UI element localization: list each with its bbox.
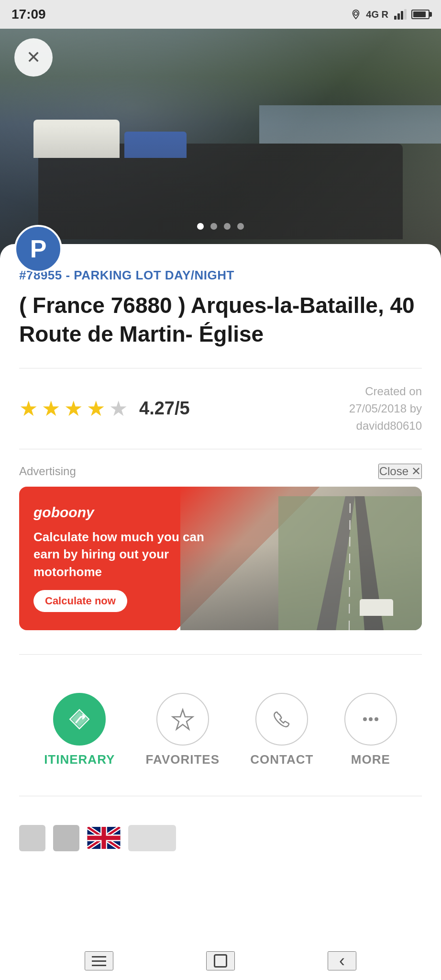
- battery-icon: [411, 10, 430, 19]
- dots-icon: [359, 707, 383, 731]
- created-info: Created on 27/05/2018 by davidd80610: [349, 383, 422, 434]
- flags-row: [19, 811, 422, 866]
- menu-lines-icon: [92, 956, 106, 966]
- close-icon: ✕: [26, 47, 41, 67]
- star-icon: [171, 707, 195, 731]
- dot-3: [224, 223, 231, 230]
- divider-2: [19, 449, 422, 449]
- android-back-button[interactable]: ‹: [328, 951, 356, 970]
- star-4: ★: [87, 396, 105, 421]
- nav-circle-itinerary: [53, 693, 106, 746]
- flag-grey-1[interactable]: [19, 825, 45, 851]
- nav-label-itinerary: ITINERARY: [44, 752, 115, 767]
- divider-4: [19, 796, 422, 796]
- android-nav-bar: ‹: [0, 942, 441, 980]
- star-5: ★: [109, 396, 128, 421]
- advertising-label: Advertising: [19, 465, 76, 478]
- nav-circle-more: [344, 693, 397, 746]
- nav-item-favorites[interactable]: FAVORITES: [146, 693, 220, 767]
- ad-calculate-button[interactable]: Calculate now: [33, 590, 127, 612]
- svg-point-13: [363, 717, 367, 721]
- dot-2: [210, 223, 217, 230]
- ad-logo: goboony: [33, 504, 206, 521]
- stars-row: ★ ★ ★ ★ ★ 4.27/5: [19, 396, 190, 421]
- svg-rect-1: [394, 16, 397, 20]
- ad-road-svg: [278, 496, 422, 630]
- dot-1: [197, 223, 204, 230]
- route-icon: [67, 707, 91, 731]
- svg-rect-2: [397, 13, 400, 20]
- divider-1: [19, 368, 422, 368]
- bottom-nav: ITINERARY FAVORITES CONTACT: [19, 674, 422, 781]
- nav-label-favorites: FAVORITES: [146, 752, 220, 767]
- parking-letter: P: [30, 234, 47, 263]
- svg-rect-3: [401, 11, 403, 20]
- android-menu-button[interactable]: [85, 951, 113, 970]
- parking-badge: P: [14, 225, 62, 273]
- nav-label-contact: CONTACT: [250, 752, 313, 767]
- content-card: #78955 - PARKING LOT DAY/NIGHT ( France …: [0, 244, 441, 980]
- location-id: #78955 - PARKING LOT DAY/NIGHT: [19, 268, 422, 283]
- svg-point-15: [375, 717, 378, 721]
- image-dots: [0, 223, 441, 230]
- close-ad-button[interactable]: Close ✕: [378, 464, 422, 479]
- uk-flag[interactable]: [87, 827, 121, 849]
- ad-content-left: goboony Calculate how much you can earn …: [19, 487, 220, 630]
- 4g-indicator: 4G R: [366, 9, 388, 20]
- android-home-button[interactable]: [206, 951, 235, 970]
- star-3: ★: [64, 396, 83, 421]
- svg-point-0: [354, 12, 358, 15]
- status-icons: 4G R: [351, 9, 430, 20]
- location-title: ( France 76880 ) Arques-la-Bataille, 40 …: [19, 291, 422, 349]
- ad-text: Calculate how much you can earn by hirin…: [33, 528, 206, 580]
- svg-marker-12: [173, 710, 193, 729]
- phone-icon: [270, 707, 294, 731]
- rating-value: 4.27/5: [139, 398, 190, 419]
- nav-item-itinerary[interactable]: ITINERARY: [44, 693, 115, 767]
- svg-rect-4: [404, 9, 407, 20]
- signal-icon: [393, 9, 407, 20]
- hero-image: [0, 0, 441, 268]
- close-ad-icon: ✕: [411, 465, 421, 478]
- nav-circle-favorites: [156, 693, 209, 746]
- star-2: ★: [42, 396, 60, 421]
- home-square-icon: [214, 954, 227, 968]
- ad-van: [360, 599, 393, 616]
- flag-grey-3[interactable]: [128, 825, 176, 851]
- nav-item-contact[interactable]: CONTACT: [250, 693, 313, 767]
- star-1: ★: [19, 396, 38, 421]
- location-icon: [351, 9, 361, 20]
- close-button[interactable]: ✕: [14, 38, 53, 77]
- back-chevron-icon: ‹: [339, 951, 345, 971]
- flag-grey-2[interactable]: [53, 825, 79, 851]
- ad-banner[interactable]: goboony Calculate how much you can earn …: [19, 487, 422, 630]
- advertising-header: Advertising Close ✕: [19, 464, 422, 479]
- divider-3: [19, 654, 422, 655]
- rating-row: ★ ★ ★ ★ ★ 4.27/5 Created on 27/05/2018 b…: [19, 383, 422, 434]
- dot-4: [237, 223, 244, 230]
- status-bar: 17:09 4G R: [0, 0, 441, 29]
- svg-point-14: [369, 717, 373, 721]
- nav-item-more[interactable]: MORE: [344, 693, 397, 767]
- nav-label-more: MORE: [351, 752, 390, 767]
- status-time: 17:09: [11, 7, 46, 22]
- nav-circle-contact: [255, 693, 308, 746]
